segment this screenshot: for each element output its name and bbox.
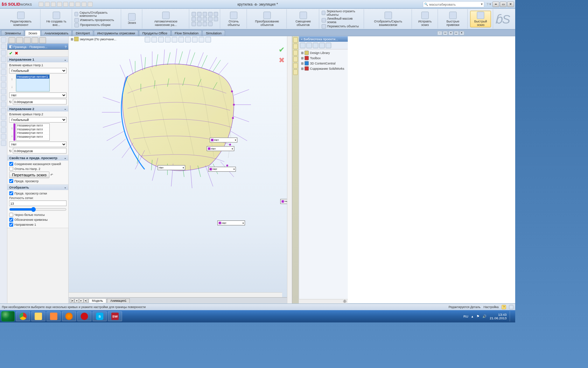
dir1-tangent-select[interactable]: Нет: [9, 93, 66, 98]
sketch-button[interactable]: Эскиз: [124, 12, 140, 26]
list-item[interactable]: Незамкнутая петл: [16, 124, 49, 128]
dir1-curves-listbox[interactable]: Незамкнутая петля<1: [16, 74, 50, 91]
inline-tangency-select[interactable]: Нет: [217, 220, 245, 225]
panel-head-dir1[interactable]: Направление 1⌄: [7, 57, 68, 62]
qat-select-icon[interactable]: [75, 2, 80, 7]
task-explorer[interactable]: [31, 311, 45, 321]
spline-icon[interactable]: [214, 12, 218, 16]
change-transparency-button[interactable]: Изменить прозрачность: [75, 18, 119, 22]
inline-tangency-select[interactable]: Нет: [158, 165, 185, 170]
viewport[interactable]: ⊞эмуляция (По умолчани... ✔ ✖: [69, 36, 287, 303]
qat-undo-icon[interactable]: [63, 2, 68, 7]
show-desktop-button[interactable]: [510, 311, 512, 322]
mdi-max[interactable]: ▭: [454, 31, 459, 35]
search-box[interactable]: 🔍 масштабировать ▾: [423, 1, 484, 7]
tree-node[interactable]: ⊞Содержание SolidWorks: [301, 66, 346, 70]
dl-tb-1-icon[interactable]: [300, 43, 306, 48]
tp-home-icon[interactable]: [293, 37, 298, 43]
rect-icon[interactable]: [197, 12, 201, 16]
tray-lang[interactable]: RU: [463, 314, 468, 318]
repair-sketch-button[interactable]: Исправть эскиз: [414, 11, 436, 27]
lstrip-item[interactable]: [1, 140, 6, 146]
list-item[interactable]: Незамкнутая петл: [16, 131, 49, 135]
qat-redo-icon[interactable]: [69, 2, 74, 7]
list-item[interactable]: Незамкнутая петл: [16, 128, 49, 131]
mesh-density-input[interactable]: [9, 200, 66, 206]
undo-drag-icon[interactable]: ↶: [50, 173, 53, 177]
lstrip-item[interactable]: [1, 63, 6, 69]
task-media[interactable]: [47, 311, 61, 321]
lstrip-item[interactable]: [1, 108, 6, 114]
task-firefox[interactable]: [62, 311, 76, 321]
task-opera[interactable]: [77, 311, 91, 321]
dir1-influence-select[interactable]: Глобальный: [9, 68, 66, 74]
mgr-tab-config[interactable]: [24, 37, 30, 43]
tree-node[interactable]: ⊞Design Library: [301, 51, 346, 55]
chamfer-icon[interactable]: [203, 22, 207, 26]
tab-office[interactable]: Продукты Office: [139, 30, 171, 36]
hide-show-components-button[interactable]: Скрыть/Отобразить компоненты: [75, 11, 119, 17]
list-item[interactable]: Незамкнутая петл: [16, 135, 49, 139]
dir1chk-checkbox[interactable]: [9, 223, 13, 226]
zebra-checkbox[interactable]: [9, 213, 13, 217]
move-button[interactable]: Переместить объекты: [322, 24, 362, 28]
qat-print-icon[interactable]: [57, 2, 62, 7]
dl-tb-5-icon[interactable]: [326, 43, 331, 48]
point-icon[interactable]: [214, 17, 218, 21]
circle-icon[interactable]: [203, 12, 207, 16]
dir1-movedown-button[interactable]: ↓: [11, 84, 13, 89]
arc-icon[interactable]: [208, 12, 212, 16]
tree-node[interactable]: ⊞3D ContentCentral: [301, 61, 346, 65]
task-solidworks[interactable]: SW: [108, 311, 122, 321]
inline-tangency-select[interactable]: Нет: [208, 167, 236, 172]
mesh-preview-checkbox[interactable]: [9, 191, 13, 195]
tab-sketch[interactable]: Эскиз: [25, 30, 41, 36]
lstrip-item[interactable]: [1, 134, 6, 139]
mdi-close[interactable]: ✕: [460, 31, 464, 35]
status-rebuild-icon[interactable]: [509, 305, 513, 309]
lstrip-item[interactable]: [1, 95, 6, 101]
mdi-btn2[interactable]: ▭: [443, 31, 448, 35]
tree-node[interactable]: ⊞Toolbox: [301, 56, 346, 60]
tab-simulation[interactable]: Simulation: [203, 30, 225, 36]
minimize-button[interactable]: ━: [492, 1, 499, 7]
line-icon[interactable]: [191, 12, 196, 16]
qat-open-icon[interactable]: [45, 2, 50, 7]
mgr-tab-feature[interactable]: [9, 37, 15, 43]
curvature-checkbox[interactable]: [9, 218, 13, 222]
linear-pattern-button[interactable]: Линейный массив эскиза: [322, 17, 362, 23]
dl-tb-4-icon[interactable]: [319, 43, 325, 48]
drag-sketch-button[interactable]: Перетащить эскиз: [9, 172, 49, 178]
lstrip-item[interactable]: [1, 115, 6, 120]
mgr-tab-display[interactable]: [39, 37, 46, 43]
polygon-icon[interactable]: [197, 17, 201, 21]
pm-cancel-button[interactable]: ✖: [15, 51, 19, 56]
animation-tab[interactable]: Анимация1: [107, 298, 130, 302]
edit-component-button[interactable]: Редактировать компонент: [4, 11, 38, 27]
dl-tb-3-icon[interactable]: [313, 43, 318, 48]
trim-dir2-checkbox[interactable]: [9, 167, 13, 171]
tp-library-icon[interactable]: [293, 43, 298, 49]
start-button[interactable]: [1, 311, 15, 322]
dir2-angle-input[interactable]: [13, 148, 66, 154]
qat-rebuild-icon[interactable]: [82, 2, 86, 7]
nav-first-icon[interactable]: |◂: [70, 298, 74, 302]
model-tab[interactable]: Модель: [89, 298, 106, 302]
tp-custom-icon[interactable]: [293, 69, 298, 75]
ellipse-icon[interactable]: [203, 17, 207, 21]
dir1-angle-input[interactable]: [13, 99, 66, 104]
trim-button[interactable]: Отсечь объекты: [223, 11, 245, 27]
close-button[interactable]: ✕: [507, 1, 514, 7]
tab-render[interactable]: Инструменты отрисовки: [94, 30, 138, 36]
lstrip-item[interactable]: [1, 43, 6, 49]
pm-ok-button[interactable]: ✔: [9, 51, 13, 56]
merge-tangent-checkbox[interactable]: [9, 162, 13, 166]
qat-save-icon[interactable]: [51, 2, 56, 7]
offset-button[interactable]: Смещение объектов: [289, 11, 317, 27]
mdi-btn1[interactable]: ▫: [437, 31, 442, 35]
status-help-icon[interactable]: ?: [502, 305, 506, 309]
dir2-angle-reset-icon[interactable]: ↻: [9, 149, 12, 152]
pm-help-icon[interactable]: ?: [65, 45, 66, 48]
tp-appearance-icon[interactable]: [293, 63, 298, 69]
mirror-button[interactable]: Зеркально отразить объекты: [322, 9, 362, 16]
